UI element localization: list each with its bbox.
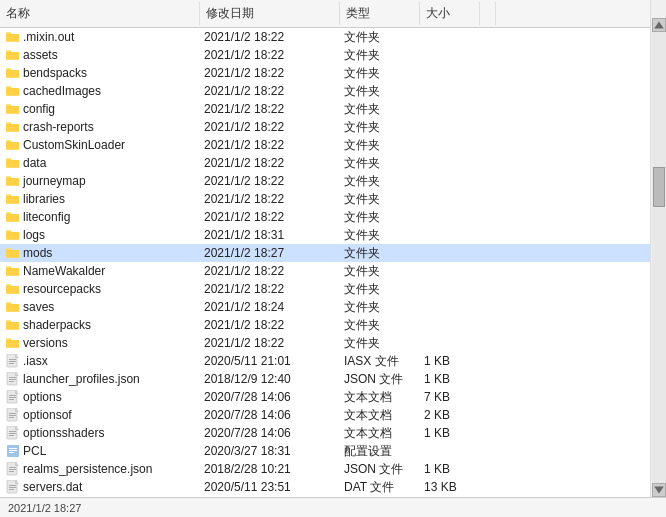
scrollbar[interactable] [650, 0, 666, 497]
table-row[interactable]: NameWakalder2021/1/2 18:22文件夹 [0, 262, 650, 280]
table-row[interactable]: liteconfig2021/1/2 18:22文件夹 [0, 208, 650, 226]
list-area: 名称 修改日期 类型 大小 .mixin.out2021/1/2 18:22文件… [0, 0, 650, 497]
folder-icon [6, 211, 20, 223]
file-name-text: assets [23, 48, 58, 62]
file-name-text: mods [23, 246, 52, 260]
file-name-cell: journeymap [0, 174, 200, 188]
folder-icon [6, 49, 20, 61]
file-date-cell: 2020/5/11 21:01 [200, 354, 340, 368]
scroll-track[interactable] [652, 32, 666, 483]
svg-rect-56 [9, 361, 16, 362]
file-name-text: servers.dat [23, 480, 82, 494]
file-icon [6, 462, 20, 476]
table-row[interactable]: shaderpacks2021/1/2 18:22文件夹 [0, 316, 650, 334]
table-row[interactable]: config2021/1/2 18:22文件夹 [0, 100, 650, 118]
col-date[interactable]: 修改日期 [200, 2, 340, 25]
file-name-text: PCL [23, 444, 46, 458]
file-date-cell: 2021/1/2 18:22 [200, 318, 340, 332]
scroll-down-button[interactable] [652, 483, 666, 497]
file-size-cell: 1 KB [420, 462, 480, 476]
svg-rect-68 [9, 415, 16, 416]
file-type-cell: 文件夹 [340, 155, 420, 172]
table-row[interactable]: assets2021/1/2 18:22文件夹 [0, 46, 650, 64]
file-name-cell: crash-reports [0, 120, 200, 134]
scroll-thumb[interactable] [653, 167, 665, 207]
table-row[interactable]: optionsshaders2020/7/28 14:06文本文档1 KB [0, 424, 650, 442]
table-row[interactable]: cachedImages2021/1/2 18:22文件夹 [0, 82, 650, 100]
table-row[interactable]: bendspacks2021/1/2 18:22文件夹 [0, 64, 650, 82]
table-row[interactable]: servers.dat2020/5/11 23:51DAT 文件13 KB [0, 478, 650, 496]
table-row[interactable]: .iasx2020/5/11 21:01IASX 文件1 KB [0, 352, 650, 370]
table-row[interactable]: resourcepacks2021/1/2 18:22文件夹 [0, 280, 650, 298]
table-row[interactable]: .mixin.out2021/1/2 18:22文件夹 [0, 28, 650, 46]
file-name-cell: .iasx [0, 354, 200, 368]
file-type-cell: 文件夹 [340, 245, 420, 262]
svg-rect-5 [6, 52, 19, 60]
col-name[interactable]: 名称 [0, 2, 200, 25]
main-content: 名称 修改日期 类型 大小 .mixin.out2021/1/2 18:22文件… [0, 0, 666, 497]
file-date-cell: 2021/1/2 18:22 [200, 120, 340, 134]
folder-icon [6, 229, 20, 241]
table-row[interactable]: logs2021/1/2 18:31文件夹 [0, 226, 650, 244]
scroll-up-button[interactable] [652, 18, 666, 32]
file-type-cell: DAT 文件 [340, 479, 420, 496]
file-name-cell: cachedImages [0, 84, 200, 98]
table-row[interactable]: libraries2021/1/2 18:22文件夹 [0, 190, 650, 208]
file-name-text: .mixin.out [23, 30, 74, 44]
folder-icon [6, 157, 20, 169]
file-type-cell: 文件夹 [340, 101, 420, 118]
file-name-cell: liteconfig [0, 210, 200, 224]
col-type[interactable]: 类型 [340, 2, 420, 25]
svg-rect-84 [9, 487, 16, 488]
table-row[interactable]: optionsof2020/7/28 14:06文本文档2 KB [0, 406, 650, 424]
svg-rect-73 [9, 435, 14, 436]
table-row[interactable]: PCL2020/3/27 18:31配置设置 [0, 442, 650, 460]
file-type-cell: 文件夹 [340, 83, 420, 100]
col-extra [480, 2, 496, 25]
table-row[interactable]: journeymap2021/1/2 18:22文件夹 [0, 172, 650, 190]
svg-rect-44 [6, 286, 19, 294]
folder-icon [6, 265, 20, 277]
file-name-text: saves [23, 300, 54, 314]
file-date-cell: 2021/1/2 18:22 [200, 30, 340, 44]
table-row[interactable]: realms_persistence.json2018/2/28 10:21JS… [0, 460, 650, 478]
svg-rect-14 [6, 106, 19, 114]
table-row[interactable]: mods2021/1/2 18:27文件夹 [0, 244, 650, 262]
svg-rect-57 [9, 363, 14, 364]
file-date-cell: 2020/7/28 14:06 [200, 390, 340, 404]
file-date-cell: 2021/1/2 18:22 [200, 282, 340, 296]
file-type-cell: IASX 文件 [340, 353, 420, 370]
file-name-cell: optionsshaders [0, 426, 200, 440]
file-name-text: versions [23, 336, 68, 350]
file-type-cell: 文本文档 [340, 407, 420, 424]
file-list[interactable]: .mixin.out2021/1/2 18:22文件夹 assets2021/1… [0, 28, 650, 497]
file-name-cell: PCL [0, 444, 200, 458]
table-row[interactable]: crash-reports2021/1/2 18:22文件夹 [0, 118, 650, 136]
file-name-text: shaderpacks [23, 318, 91, 332]
svg-marker-91 [654, 486, 664, 493]
file-name-text: data [23, 156, 46, 170]
table-row[interactable]: CustomSkinLoader2021/1/2 18:22文件夹 [0, 136, 650, 154]
folder-icon [6, 247, 20, 259]
table-row[interactable]: saves2021/1/2 18:24文件夹 [0, 298, 650, 316]
table-row[interactable]: options2020/7/28 14:06文本文档7 KB [0, 388, 650, 406]
folder-icon [6, 175, 20, 187]
column-header: 名称 修改日期 类型 大小 [0, 0, 650, 28]
status-text: 2021/1/2 18:27 [8, 502, 81, 514]
table-row[interactable]: data2021/1/2 18:22文件夹 [0, 154, 650, 172]
file-date-cell: 2018/2/28 10:21 [200, 462, 340, 476]
file-type-cell: 文件夹 [340, 299, 420, 316]
file-name-text: cachedImages [23, 84, 101, 98]
file-size-cell: 1 KB [420, 426, 480, 440]
file-name-cell: resourcepacks [0, 282, 200, 296]
file-size-cell: 1 KB [420, 354, 480, 368]
file-type-cell: JSON 文件 [340, 371, 420, 388]
svg-rect-8 [6, 70, 19, 78]
file-type-cell: 文件夹 [340, 209, 420, 226]
table-row[interactable]: launcher_profiles.json2018/12/9 12:40JSO… [0, 370, 650, 388]
col-size[interactable]: 大小 [420, 2, 480, 25]
table-row[interactable]: versions2021/1/2 18:22文件夹 [0, 334, 650, 352]
folder-icon [6, 283, 20, 295]
svg-rect-23 [6, 160, 19, 168]
file-name-cell: options [0, 390, 200, 404]
